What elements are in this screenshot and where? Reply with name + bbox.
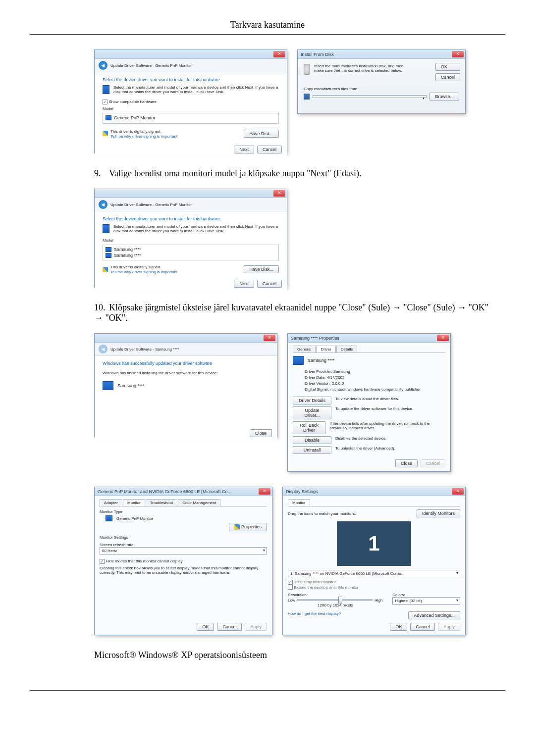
breadcrumb: ◄ Update Driver Software - Generic PnP M… xyxy=(95,198,287,211)
next-button[interactable]: Next xyxy=(234,146,254,153)
rollback-driver-button[interactable]: Roll Back Driver xyxy=(293,421,325,434)
show-compatible-label: Show compatible hardware xyxy=(109,100,157,104)
cancel-button[interactable]: Cancel xyxy=(257,146,282,153)
close-icon[interactable]: × xyxy=(259,488,270,495)
dialog-heading: Select the device driver you want to ins… xyxy=(103,77,279,82)
back-icon[interactable]: ◄ xyxy=(99,200,107,209)
close-icon[interactable]: × xyxy=(273,190,285,197)
ok-button[interactable]: OK xyxy=(197,623,214,631)
close-icon[interactable]: × xyxy=(273,51,285,57)
monitor-icon xyxy=(103,85,109,94)
tab-adapter[interactable]: Adapter xyxy=(100,499,122,506)
tab-monitor[interactable]: Monitor xyxy=(288,499,310,506)
monitor-type-label: Monitor Type xyxy=(100,509,267,514)
extend-desktop-checkbox xyxy=(288,585,293,590)
show-compatible-checkbox[interactable]: ✓ xyxy=(103,100,107,104)
signed-text: This driver is digitally signed. xyxy=(110,129,161,134)
monitor-settings-label: Monitor Settings xyxy=(100,535,267,540)
monitor-icon xyxy=(106,247,111,252)
properties-button[interactable]: Properties xyxy=(229,523,267,531)
resolution-label: Resolution: xyxy=(288,593,382,597)
disable-button[interactable]: Disable xyxy=(293,436,331,444)
resolution-slider[interactable] xyxy=(297,599,373,601)
tell-me-link[interactable]: Tell me why driver signing is important xyxy=(110,134,177,139)
finish-dialog: × ◄ Update Driver Software - Samsung ***… xyxy=(94,333,277,437)
copy-from-label: Copy manufacturer's files from: xyxy=(304,87,459,91)
device-name: Samsung **** xyxy=(308,358,335,363)
browse-button[interactable]: Browse... xyxy=(429,93,459,101)
hide-modes-checkbox[interactable]: ✓ xyxy=(100,559,105,564)
breadcrumb-text: Update Driver Software - Samsung **** xyxy=(110,347,179,352)
monitor-properties-dialog: Generic PnP Monitor and NVIDIA GeForce 6… xyxy=(94,487,272,635)
footer-divider xyxy=(30,690,505,691)
tab-driver[interactable]: Driver xyxy=(316,346,335,353)
cancel-button[interactable]: Cancel xyxy=(410,623,435,631)
apply-button: Apply xyxy=(438,623,460,631)
monitor-number: 1 xyxy=(368,532,379,555)
cancel-button[interactable]: Cancel xyxy=(435,73,460,81)
monitor-icon xyxy=(106,253,111,258)
breadcrumb-text: Update Driver Software - Generic PnP Mon… xyxy=(110,202,192,207)
close-icon[interactable]: × xyxy=(264,335,275,341)
title-bar: Samsung **** Properties × xyxy=(288,334,450,343)
dialog-title: Display Settings xyxy=(286,489,318,494)
colors-select[interactable]: Highest (32 bit) xyxy=(392,597,460,605)
close-icon[interactable]: × xyxy=(437,335,449,341)
title-bar: Generic PnP Monitor and NVIDIA GeForce 6… xyxy=(95,487,272,496)
close-icon[interactable]: × xyxy=(452,488,464,495)
step-9: 9.Valige loendist oma monitori mudel ja … xyxy=(94,168,495,179)
monitor-icon xyxy=(106,115,111,120)
tab-monitor[interactable]: Monitor xyxy=(123,499,145,506)
dialog-title: Samsung **** Properties xyxy=(291,336,339,341)
advanced-settings-button[interactable]: Advanced Settings... xyxy=(408,611,460,619)
close-button[interactable]: Close xyxy=(395,459,418,467)
drag-instruction: Drag the icons to match your monitors. xyxy=(288,511,356,516)
tell-me-link[interactable]: Tell me why driver signing is important xyxy=(110,270,177,274)
ok-button[interactable]: OK xyxy=(435,63,460,71)
tab-troubleshoot[interactable]: Troubleshoot xyxy=(146,499,177,506)
cancel-button[interactable]: Cancel xyxy=(217,623,242,631)
model-list[interactable]: Generic PnP Monitor xyxy=(103,113,279,124)
device-name: Samsung **** xyxy=(117,383,145,388)
dialog-title: Generic PnP Monitor and NVIDIA GeForce 6… xyxy=(98,489,231,494)
shield-icon xyxy=(103,131,108,136)
breadcrumb: ◄ Update Driver Software - Generic PnP M… xyxy=(95,59,287,72)
have-disk-button[interactable]: Have Disk... xyxy=(244,130,279,138)
update-driver-button[interactable]: Update Driver... xyxy=(293,406,331,419)
disk-icon xyxy=(304,64,310,75)
uninstall-button[interactable]: Uninstall xyxy=(293,446,331,454)
have-disk-button[interactable]: Have Disk... xyxy=(244,265,279,273)
driver-wizard-dialog-1: × ◄ Update Driver Software - Generic PnP… xyxy=(94,50,287,153)
ok-button[interactable]: OK xyxy=(390,623,407,631)
install-from-disk-dialog: Install From Disk × Insert the manufactu… xyxy=(297,50,466,114)
monitor-select[interactable]: 1. Samsung **** on NVIDIA GeForce 6600 L… xyxy=(288,570,460,577)
close-icon[interactable]: × xyxy=(452,51,464,57)
back-icon[interactable]: ◄ xyxy=(99,61,107,70)
best-display-link[interactable]: How do I get the best display? xyxy=(288,611,341,619)
monitor-icon xyxy=(293,356,304,365)
breadcrumb-text: Update Driver Software - Generic PnP Mon… xyxy=(110,63,192,68)
model-label: Model xyxy=(103,106,279,111)
title-bar: × xyxy=(95,334,277,343)
next-button[interactable]: Next xyxy=(234,280,254,288)
cancel-button[interactable]: Cancel xyxy=(257,280,282,288)
finish-heading: Windows has successfully updated your dr… xyxy=(103,361,269,366)
monitor-preview[interactable]: 1 xyxy=(337,521,411,566)
tab-general[interactable]: General xyxy=(293,346,316,353)
monitor-icon xyxy=(103,381,113,390)
identify-monitors-button[interactable]: Identify Monitors xyxy=(417,509,460,517)
main-monitor-label: This is my main monitor xyxy=(294,580,336,584)
title-bar: Install From Disk × xyxy=(298,50,465,59)
refresh-rate-select[interactable]: 60 Hertz xyxy=(100,547,267,554)
close-button[interactable]: Close xyxy=(250,429,272,437)
colors-label: Colors: xyxy=(392,593,460,597)
path-select[interactable] xyxy=(313,95,427,98)
signed-text: This driver is digitally signed. xyxy=(110,265,161,269)
model-list[interactable]: Samsung **** Samsung **** xyxy=(103,245,279,260)
title-bar: × xyxy=(95,50,287,59)
tab-color-management[interactable]: Color Management xyxy=(178,499,220,506)
hide-modes-description: Clearing this check box allows you to se… xyxy=(100,566,267,575)
tab-details[interactable]: Details xyxy=(336,346,357,353)
driver-details-button[interactable]: Driver Details xyxy=(293,397,331,404)
breadcrumb: ◄ Update Driver Software - Samsung **** xyxy=(95,343,277,356)
